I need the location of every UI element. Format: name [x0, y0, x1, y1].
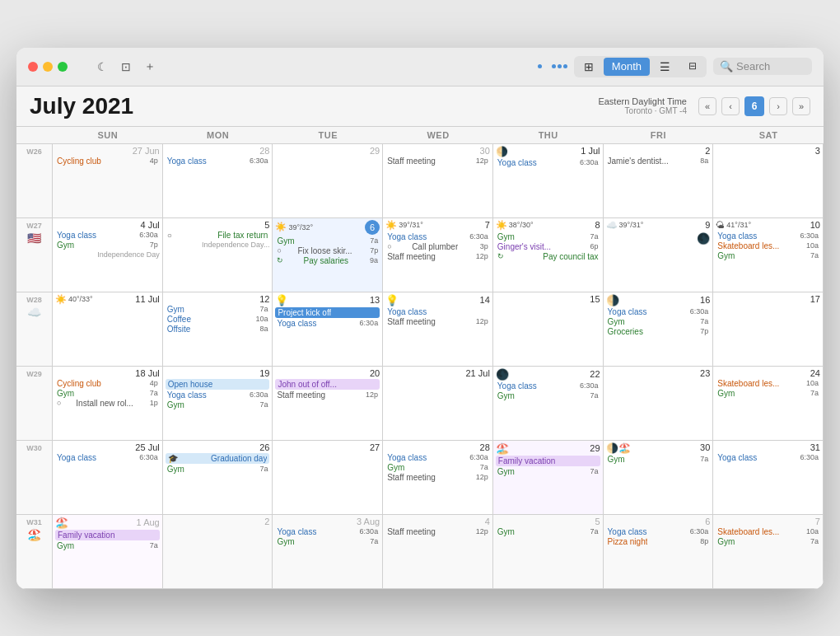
- day-jul5[interactable]: 5 ○ File tax return Independence Day...: [163, 218, 273, 292]
- next-month-button[interactable]: ›: [769, 97, 787, 115]
- event-skate-aug7[interactable]: Skateboard les...10a: [716, 527, 820, 536]
- prev-year-button[interactable]: «: [698, 97, 716, 115]
- event-gym-jul12[interactable]: Gym7a: [166, 305, 270, 314]
- event-yoga-jul25[interactable]: Yoga class6:30a: [55, 453, 160, 462]
- event-projectkick-jul13[interactable]: Project kick off: [275, 307, 380, 318]
- day-jul30[interactable]: 🌗🏖️ 30 Gym7a: [604, 441, 714, 515]
- day-jul11[interactable]: ☀️40°/33° 11 Jul: [53, 292, 163, 367]
- event-tax-jul5[interactable]: ○ File tax return: [166, 231, 270, 240]
- event-ginger-jul8[interactable]: Ginger's visit...6p: [496, 242, 600, 251]
- event-familyvacation-aug1[interactable]: Family vacation: [55, 530, 160, 540]
- day-jul25[interactable]: 25 Jul Yoga class6:30a: [53, 441, 163, 515]
- event-john-jul20[interactable]: John out of off...: [275, 379, 380, 390]
- day-jul22[interactable]: 🌑 22 Yoga class6:30a Gym7a: [493, 367, 604, 441]
- day-jul12[interactable]: 12 Gym7a Coffee10a Offsite8a: [163, 292, 273, 367]
- event-yoga-jul4[interactable]: Yoga class6:30a: [55, 231, 160, 240]
- day-jun29[interactable]: 29: [273, 144, 383, 218]
- day-jul6[interactable]: ☀️39°/32° 6 Gym7a ○Fix loose skir...7p ↻…: [273, 218, 383, 292]
- day-jul1[interactable]: 🌗 1 Jul Yoga class6:30a: [493, 144, 604, 218]
- event-gym-jul19[interactable]: Gym7a: [166, 400, 270, 409]
- event-staff-jun30[interactable]: Staff meeting12p: [385, 157, 490, 166]
- day-jul4[interactable]: 4 Jul Yoga class6:30a Gym7p Independence…: [53, 218, 163, 292]
- day-jul18[interactable]: 18 Jul Cycling club4p Gym7a ○Install new…: [53, 367, 163, 441]
- event-openhouse-jul19[interactable]: Open house: [166, 379, 270, 390]
- next-year-button[interactable]: »: [792, 97, 810, 115]
- day-aug2[interactable]: 2: [163, 515, 273, 589]
- event-graduation-jul26[interactable]: 🎓 Graduation day: [166, 453, 270, 464]
- day-jul26[interactable]: 26 🎓 Graduation day Gym7a: [163, 441, 273, 515]
- event-staff-jul14[interactable]: Staff meeting12p: [385, 317, 490, 326]
- today-button[interactable]: 6: [744, 96, 764, 116]
- event-staff-jul7[interactable]: Staff meeting12p: [385, 252, 490, 261]
- day-jul14[interactable]: 💡 14 Yoga class Staff meeting12p: [383, 292, 493, 367]
- day-aug5[interactable]: 5 Gym7a: [493, 515, 604, 589]
- day-aug3[interactable]: 3 Aug Yoga class6:30a Gym7a: [273, 515, 383, 589]
- moon-icon[interactable]: ☾: [94, 58, 111, 75]
- event-yoga-aug3[interactable]: Yoga class6:30a: [275, 527, 380, 536]
- day-aug7[interactable]: 7 Skateboard les...10a Gym7a: [713, 515, 824, 589]
- day-jul17[interactable]: 17: [713, 292, 824, 367]
- event-yoga-jul13[interactable]: Yoga class6:30a: [275, 319, 380, 328]
- event-groceries-jul16[interactable]: Groceries7p: [606, 327, 711, 336]
- event-gym-aug5[interactable]: Gym7a: [496, 527, 600, 536]
- event-gym-jul28[interactable]: Gym7a: [385, 463, 490, 472]
- day-jul2[interactable]: 2 Jamie's dentist...8a: [604, 144, 714, 218]
- day-aug6[interactable]: 6 Yoga class6:30a Pizza night8p: [604, 515, 714, 589]
- event-staff-jul20[interactable]: Staff meeting12p: [275, 390, 380, 400]
- event-yoga-jul31[interactable]: Yoga class6:30a: [716, 453, 820, 462]
- fullscreen-button[interactable]: [58, 62, 68, 72]
- dots-view-button[interactable]: [552, 64, 567, 68]
- day-jul20[interactable]: 20 John out of off... Staff meeting12p: [273, 367, 383, 441]
- event-cycling-jul18[interactable]: Cycling club4p: [55, 379, 160, 388]
- day-jul8[interactable]: ☀️38°/30° 8 Gym7a Ginger's visit...6p ↻P…: [493, 218, 604, 292]
- event-gym-jul8[interactable]: Gym7a: [496, 232, 600, 241]
- day-jul19[interactable]: 19 Open house Yoga class6:30a Gym7a: [163, 367, 273, 441]
- event-cycling-club-jun27[interactable]: Cycling club4p: [55, 157, 160, 166]
- event-gym-aug1[interactable]: Gym7a: [55, 541, 160, 550]
- add-event-icon[interactable]: ＋: [141, 58, 159, 76]
- day-jul7[interactable]: ☀️39°/31° 7 Yoga class6:30a ○Call plumbe…: [383, 218, 493, 292]
- event-plumber-jul7[interactable]: ○Call plumber3p: [385, 242, 490, 251]
- prev-month-button[interactable]: ‹: [721, 97, 740, 115]
- event-pizza-aug6[interactable]: Pizza night8p: [606, 537, 711, 546]
- event-gym-jul24[interactable]: Gym7a: [716, 389, 820, 398]
- day-jul31[interactable]: 31 Yoga class6:30a: [713, 441, 824, 515]
- list-view-button[interactable]: ☰: [651, 58, 679, 76]
- day-jul21[interactable]: 21 Jul: [383, 367, 493, 441]
- event-staff-jul28[interactable]: Staff meeting12p: [385, 473, 490, 482]
- day-jul9[interactable]: ☁️39°/31° 9 🌑: [604, 218, 714, 292]
- event-yoga-jul19[interactable]: Yoga class6:30a: [166, 390, 270, 400]
- event-gym-jul4[interactable]: Gym7p: [55, 241, 160, 250]
- event-gym-jul18[interactable]: Gym7a: [55, 389, 160, 398]
- event-skate-jul24[interactable]: Skateboard les...10a: [716, 379, 820, 388]
- event-dentist-jul2[interactable]: Jamie's dentist...8a: [606, 157, 711, 166]
- event-fixskirt-jul6[interactable]: ○Fix loose skir...7p: [275, 246, 380, 255]
- day-jul24[interactable]: 24 Skateboard les...10a Gym7a: [713, 367, 824, 441]
- event-gym-aug7[interactable]: Gym7a: [716, 537, 820, 546]
- event-gym-jul30[interactable]: Gym7a: [606, 455, 711, 464]
- event-yoga-jul28[interactable]: Yoga class6:30a: [385, 453, 490, 462]
- day-jul3[interactable]: 3: [713, 144, 824, 218]
- event-offsite-jul12[interactable]: Offsite8a: [166, 325, 270, 334]
- split-view-button[interactable]: ⊟: [680, 58, 705, 76]
- event-gym-jul29[interactable]: Gym7a: [496, 467, 600, 476]
- event-yoga-jul22[interactable]: Yoga class6:30a: [496, 381, 600, 390]
- month-view-button[interactable]: Month: [604, 58, 650, 76]
- search-box[interactable]: 🔍 Search: [713, 58, 812, 75]
- day-jul16[interactable]: 🌗 16 Yoga class6:30a Gym7a Groceries7p: [604, 292, 714, 367]
- event-yoga-jun28[interactable]: Yoga class6:30a: [166, 157, 270, 166]
- day-aug4[interactable]: 4 Staff meeting12p: [383, 515, 493, 589]
- day-jul13[interactable]: 💡 13 Project kick off Yoga class6:30a: [273, 292, 383, 367]
- event-yoga-jul7[interactable]: Yoga class6:30a: [385, 232, 490, 241]
- day-jul15[interactable]: 15: [493, 292, 604, 367]
- event-gym-jul26[interactable]: Gym7a: [166, 465, 270, 474]
- sidebar-toggle-icon[interactable]: ⊡: [118, 58, 134, 75]
- event-gym-jul16[interactable]: Gym7a: [606, 317, 711, 326]
- day-jul23[interactable]: 23: [604, 367, 714, 441]
- close-button[interactable]: [28, 62, 38, 72]
- event-yoga-aug6[interactable]: Yoga class6:30a: [606, 527, 711, 536]
- event-skate-jul10[interactable]: Skateboard les...10a: [716, 241, 820, 250]
- event-familyvacation-jul29[interactable]: Family vacation: [496, 456, 600, 466]
- event-yoga-jul1[interactable]: Yoga class6:30a: [496, 158, 600, 167]
- dot-view-button[interactable]: [538, 64, 542, 68]
